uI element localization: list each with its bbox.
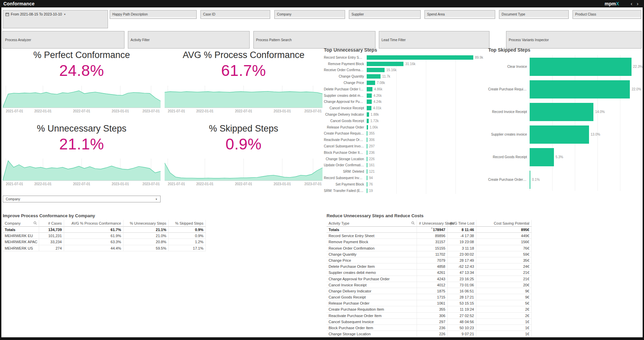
table-cell[interactable]: Remove Payment Block xyxy=(327,239,417,245)
table-cell[interactable]: Change Price xyxy=(327,257,417,263)
bar[interactable] xyxy=(367,182,367,187)
table-cell[interactable]: Block Purchase Order Item xyxy=(327,325,417,331)
table-cell[interactable]: 1715 xyxy=(417,294,448,300)
bar[interactable] xyxy=(367,68,385,72)
table-cell[interactable]: 449€ xyxy=(476,233,532,239)
column-header[interactable]: % Unnecessary Steps xyxy=(123,220,169,227)
table-row[interactable]: Create Purchase Requisition Item35511 19… xyxy=(327,306,537,312)
bar[interactable] xyxy=(367,150,367,155)
bar[interactable] xyxy=(367,119,369,123)
column-header[interactable]: Activity Type xyxy=(327,220,417,227)
table-cell[interactable]: 27 02:52 xyxy=(448,313,476,319)
table-cell[interactable]: 21.0% xyxy=(123,233,169,239)
table-row[interactable]: MEHRWERK EU101,23161.9%21.0%0.9% xyxy=(3,233,209,239)
next-sheet-button[interactable]: › xyxy=(635,0,641,7)
table-cell[interactable]: 1€ xyxy=(476,319,532,325)
sparkline-avg-process-conformance[interactable] xyxy=(165,86,323,108)
table-row[interactable]: MEHRWERK APAC33,23463.3%20.8%1.2% xyxy=(3,239,209,245)
table-cell[interactable]: 35€ xyxy=(476,257,532,263)
table-cell[interactable]: 0.9% xyxy=(169,233,206,239)
table-row[interactable]: Totals134,73961.7%21.1%0.9% xyxy=(3,227,209,233)
table-cell[interactable]: 236 xyxy=(417,325,448,331)
table-cell[interactable]: 306 xyxy=(417,313,448,319)
table-cell[interactable]: 9 07:21 xyxy=(448,331,476,337)
table-row[interactable]: Delete Purchase Order Item4858-62 12:432… xyxy=(327,263,537,270)
column-header[interactable]: Company xyxy=(3,220,39,227)
table-cell[interactable]: 63.3% xyxy=(64,239,123,245)
table-cell[interactable]: 9€ xyxy=(476,288,532,294)
table-cell[interactable]: Change Quantity xyxy=(327,251,417,257)
bar[interactable] xyxy=(367,55,473,60)
table-cell[interactable]: Totals xyxy=(327,227,417,233)
table-cell[interactable]: Change Approval for Purchase Order xyxy=(327,276,417,282)
tool-activity-filter[interactable]: Activity Filter xyxy=(128,31,250,49)
table-cell[interactable]: 21.1% xyxy=(123,227,169,233)
bar[interactable] xyxy=(530,80,630,98)
table-row[interactable]: Change Quantity1170223 00:0259€ xyxy=(327,251,537,257)
bar[interactable] xyxy=(367,62,403,66)
filter-supplier[interactable]: Supplier xyxy=(349,10,421,19)
table-row[interactable]: Release Purchase Order106153 15:155€ xyxy=(327,300,537,306)
filter-company[interactable]: Company xyxy=(274,10,345,19)
bar[interactable] xyxy=(367,106,371,110)
bar[interactable] xyxy=(367,144,367,148)
filter-product-class[interactable]: Product Class xyxy=(572,10,641,19)
column-header[interactable]: % Skipped Steps xyxy=(169,220,206,227)
table-row[interactable]: Cancel Goods Receipt171528 17:219€ xyxy=(327,294,537,300)
filter-document-type[interactable]: Document Type xyxy=(499,10,569,19)
table-cell[interactable]: Change Delivery Indicator xyxy=(327,288,417,294)
table-cell[interactable]: 59€ xyxy=(476,251,532,257)
prev-sheet-button[interactable]: ‹ xyxy=(628,0,635,7)
table-cell[interactable]: 21€ xyxy=(476,270,532,276)
bar[interactable] xyxy=(367,163,367,167)
table-cell[interactable]: Cancel Goods Receipt xyxy=(327,294,417,300)
column-header[interactable]: # Unnecessary Steps▼ xyxy=(417,220,448,227)
table-cell[interactable]: 19 23:08 xyxy=(448,239,476,245)
table-cell[interactable]: 156€ xyxy=(476,239,532,245)
table-cell[interactable]: Reactivate Purchase Order Item xyxy=(327,313,417,319)
filter-spend-area[interactable]: Spend Area xyxy=(424,10,495,19)
table-cell[interactable]: 23 00:02 xyxy=(448,251,476,257)
table-cell[interactable]: 4261 xyxy=(417,270,448,276)
table-cell[interactable]: 4858 xyxy=(417,263,448,270)
table-cell[interactable]: 11 19:24 xyxy=(448,306,476,312)
column-header[interactable]: # Cases▼ xyxy=(39,220,64,227)
table-cell[interactable]: 11702 xyxy=(417,251,448,257)
table-row[interactable]: Remove Payment Block3115719 23:08156€ xyxy=(327,239,537,245)
bar[interactable] xyxy=(367,157,367,161)
table-cell[interactable]: 61.7% xyxy=(64,227,123,233)
table-row[interactable]: Cancel Invoice Receipt401273 01:0620€ xyxy=(327,282,537,288)
table-cell[interactable]: 297 xyxy=(417,319,448,325)
table-cell[interactable]: -4 17:38 xyxy=(448,233,476,239)
table-cell[interactable]: 33,234 xyxy=(39,239,64,245)
table-cell[interactable]: Delete Purchase Order Item xyxy=(327,263,417,270)
table-cell[interactable]: 4243 xyxy=(417,276,448,282)
bar[interactable] xyxy=(367,100,372,104)
tool-process-analyzer[interactable]: Process Analyzer xyxy=(2,31,124,49)
table-cell[interactable]: 7079 xyxy=(417,257,448,263)
sparkline-skipped-steps[interactable] xyxy=(165,159,323,181)
search-icon[interactable] xyxy=(411,221,415,225)
company-dropdown[interactable]: Company ▼ xyxy=(3,196,161,202)
bar[interactable] xyxy=(367,125,368,130)
table-cell[interactable]: 28 17:21 xyxy=(448,294,476,300)
table-cell[interactable]: 15155 xyxy=(417,245,448,251)
table-cell[interactable]: 28 17:49 xyxy=(448,257,476,263)
table-cell[interactable]: Totals xyxy=(3,227,39,233)
table-row[interactable]: Change Approval for Purchase Order424323… xyxy=(327,276,537,282)
sparkline-perfect-conformance[interactable] xyxy=(3,86,161,108)
bar[interactable] xyxy=(530,148,554,166)
table-cell[interactable]: 23 16:25 xyxy=(448,276,476,282)
table-cell[interactable]: 21€ xyxy=(476,276,532,282)
table-cell[interactable]: -62 12:43 xyxy=(448,263,476,270)
table-cell[interactable]: 355 xyxy=(417,306,448,312)
table-cell[interactable]: 20€ xyxy=(476,282,532,288)
table-cell[interactable]: Change Storage Location xyxy=(327,331,417,337)
table-cell[interactable]: 1.2% xyxy=(169,239,206,245)
table-cell[interactable]: 226 xyxy=(417,331,448,337)
table-cell[interactable]: 17.1% xyxy=(169,245,206,251)
table-cell[interactable]: Cancel Subsequent Invoice xyxy=(327,319,417,325)
table-cell[interactable]: 31157 xyxy=(417,239,448,245)
tool-process-variants-inspector[interactable]: Process Variants Inspector xyxy=(506,31,642,49)
table-cell[interactable]: MEHRWERK EU xyxy=(3,233,39,239)
